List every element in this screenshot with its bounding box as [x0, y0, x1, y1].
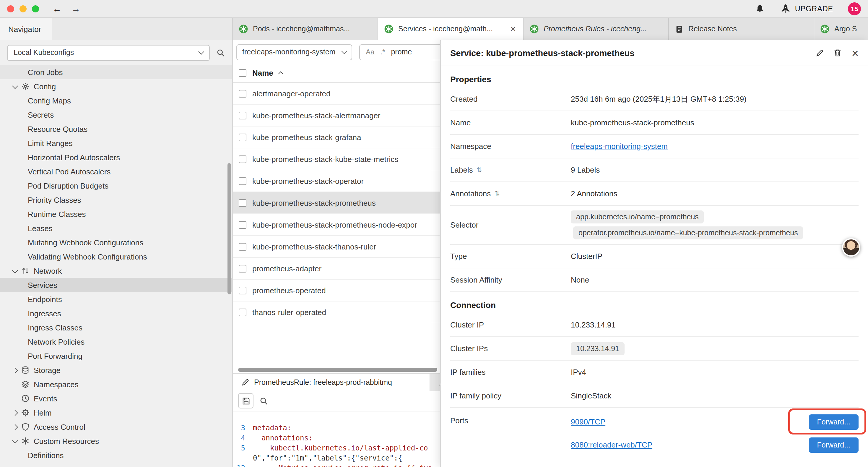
horizontal-scrollbar-thumb[interactable] — [238, 368, 437, 372]
sidebar-item-label: Leases — [28, 224, 53, 233]
port-link[interactable]: 8080:reloader-web/TCP — [571, 440, 652, 449]
navigator-tab[interactable]: Navigator — [0, 18, 52, 40]
dock-tab-prometheusrule-freeleaps-prod-rabbitmq[interactable]: PrometheusRule: freeleaps-prod-rabbitmq — [233, 373, 430, 391]
service-detail-panel: Service: kube-prometheus-stack-prometheu… — [440, 40, 868, 467]
forward-button[interactable]: Forward... — [809, 414, 859, 430]
tab-services-icecheng-math[interactable]: Services - icecheng@math...× — [378, 18, 524, 40]
detail-row-ports: Ports9090/TCPForward...8080:reloader-web… — [450, 408, 859, 459]
sidebar-item-definitions[interactable]: Definitions — [0, 448, 232, 462]
row-checkbox[interactable] — [239, 265, 246, 272]
sidebar-item-storage[interactable]: Storage — [0, 363, 232, 377]
name-column-header[interactable]: Name — [252, 68, 273, 78]
tab-argo-s[interactable]: Argo S — [814, 18, 868, 40]
sidebar-item-label: Network — [34, 266, 62, 275]
sidebar-item-namespaces[interactable]: Namespaces — [0, 377, 232, 391]
sort-asc-icon[interactable] — [278, 71, 283, 77]
match-case-toggle[interactable]: Aa — [366, 48, 374, 56]
close-window-button[interactable] — [7, 5, 14, 12]
sidebar-item-endpoints[interactable]: Endpoints — [0, 292, 232, 306]
save-button[interactable] — [238, 393, 253, 408]
sidebar-item-helm[interactable]: Helm — [0, 406, 232, 420]
sidebar-item-custom-resources[interactable]: Custom Resources — [0, 434, 232, 448]
sidebar-item-config-maps[interactable]: Config Maps — [0, 93, 232, 108]
regex-toggle[interactable]: .* — [380, 48, 385, 56]
chevron-right-icon[interactable] — [12, 424, 18, 430]
row-name: kube-prometheus-stack-kube-state-metrics — [252, 154, 398, 164]
detail-panel-header: Service: kube-prometheus-stack-prometheu… — [441, 40, 868, 66]
floating-avatar[interactable] — [842, 238, 860, 257]
row-checkbox[interactable] — [239, 177, 246, 185]
upgrade-button[interactable]: UPGRADE — [781, 4, 833, 13]
sidebar-item-port-forwarding[interactable]: Port Forwarding — [0, 349, 232, 363]
namespace-link[interactable]: freeleaps-monitoring-system — [571, 142, 668, 151]
sidebar-item-cron-jobs[interactable]: Cron Jobs — [0, 65, 232, 79]
kubeconfig-select[interactable]: Local Kubeconfigs — [7, 45, 210, 61]
row-checkbox[interactable] — [239, 199, 246, 207]
sidebar-item-network-policies[interactable]: Network Policies — [0, 334, 232, 349]
sort-icon[interactable]: ⇅ — [494, 190, 500, 198]
sidebar-item-label: Pod Disruption Budgets — [28, 181, 108, 190]
search-icon[interactable] — [259, 396, 268, 405]
row-checkbox[interactable] — [239, 243, 246, 250]
sidebar-item-priority-classes[interactable]: Priority Classes — [0, 193, 232, 207]
namespace-select[interactable]: freeleaps-monitoring-system — [236, 44, 352, 60]
sidebar-item-ingress-classes[interactable]: Ingress Classes — [0, 320, 232, 334]
sidebar-item-pod-disruption-budgets[interactable]: Pod Disruption Budgets — [0, 178, 232, 193]
minimize-window-button[interactable] — [20, 5, 27, 12]
sidebar-item-limit-ranges[interactable]: Limit Ranges — [0, 136, 232, 150]
nav-forward-button[interactable]: → — [71, 4, 80, 13]
sidebar-scrollbar-thumb[interactable] — [227, 163, 231, 294]
chevron-right-icon[interactable] — [12, 410, 18, 415]
section-title-connection: Connection — [450, 300, 859, 310]
tab-prometheus-rules-icecheng[interactable]: Prometheus Rules - icecheng... — [524, 18, 669, 40]
row-checkbox[interactable] — [239, 111, 246, 119]
app-window: ← → UPGRADE 15 Navigator Pods - icecheng… — [0, 0, 868, 467]
sort-icon[interactable]: ⇅ — [476, 166, 482, 174]
notifications-bell-icon[interactable] — [755, 4, 765, 13]
search-icon[interactable] — [216, 48, 225, 57]
line-number: 4 — [233, 433, 249, 443]
sidebar-item-events[interactable]: Events — [0, 391, 232, 406]
sidebar-item-resource-quotas[interactable]: Resource Quotas — [0, 122, 232, 136]
row-checkbox[interactable] — [239, 90, 246, 97]
forward-button[interactable]: Forward... — [809, 437, 859, 453]
storage-icon — [21, 366, 30, 374]
chevron-right-icon[interactable] — [12, 367, 18, 373]
close-icon[interactable]: × — [852, 47, 859, 59]
sidebar-item-validating-webhook-configurations[interactable]: Validating Webhook Configurations — [0, 250, 232, 264]
tab-release-notes[interactable]: Release Notes — [669, 18, 814, 40]
port-link[interactable]: 9090/TCP — [571, 417, 606, 426]
upgrade-label: UPGRADE — [795, 4, 833, 13]
sidebar-item-access-control[interactable]: Access Control — [0, 420, 232, 434]
row-checkbox[interactable] — [239, 155, 246, 163]
detail-value: None — [571, 275, 859, 284]
chevron-down-icon[interactable] — [12, 437, 18, 443]
close-tab-icon[interactable]: × — [509, 24, 517, 34]
delete-trash-icon[interactable] — [833, 49, 842, 57]
sidebar-item-mutating-webhook-configurations[interactable]: Mutating Webhook Configurations — [0, 235, 232, 250]
sidebar-item-vertical-pod-autoscalers[interactable]: Vertical Pod Autoscalers — [0, 164, 232, 178]
select-all-checkbox[interactable] — [239, 69, 246, 77]
sidebar-item-runtime-classes[interactable]: Runtime Classes — [0, 207, 232, 221]
chevron-down-icon[interactable] — [12, 83, 18, 89]
nav-back-button[interactable]: ← — [53, 4, 61, 13]
sidebar-item-horizontal-pod-autoscalers[interactable]: Horizontal Pod Autoscalers — [0, 150, 232, 164]
row-checkbox[interactable] — [239, 221, 246, 229]
sidebar-item-leases[interactable]: Leases — [0, 221, 232, 235]
edit-pencil-icon[interactable] — [816, 49, 824, 57]
chevron-down-icon[interactable] — [12, 267, 18, 273]
notification-count-badge[interactable]: 15 — [848, 2, 861, 15]
sidebar-item-ingresses[interactable]: Ingresses — [0, 306, 232, 320]
row-checkbox[interactable] — [239, 133, 246, 141]
row-checkbox[interactable] — [239, 286, 246, 294]
sidebar-item-services[interactable]: Services — [0, 278, 232, 292]
sidebar-item-secrets[interactable]: Secrets — [0, 108, 232, 122]
detail-value: SingleStack — [571, 391, 859, 400]
sidebar-scrollbar[interactable] — [227, 40, 231, 467]
row-checkbox[interactable] — [239, 308, 246, 316]
sidebar-item-network[interactable]: Network — [0, 264, 232, 278]
tab-pods-icecheng-mathmas[interactable]: Pods - icecheng@mathmas... — [233, 18, 378, 40]
detail-label: IP families — [450, 368, 571, 377]
zoom-window-button[interactable] — [32, 5, 39, 12]
sidebar-item-config[interactable]: Config — [0, 79, 232, 93]
